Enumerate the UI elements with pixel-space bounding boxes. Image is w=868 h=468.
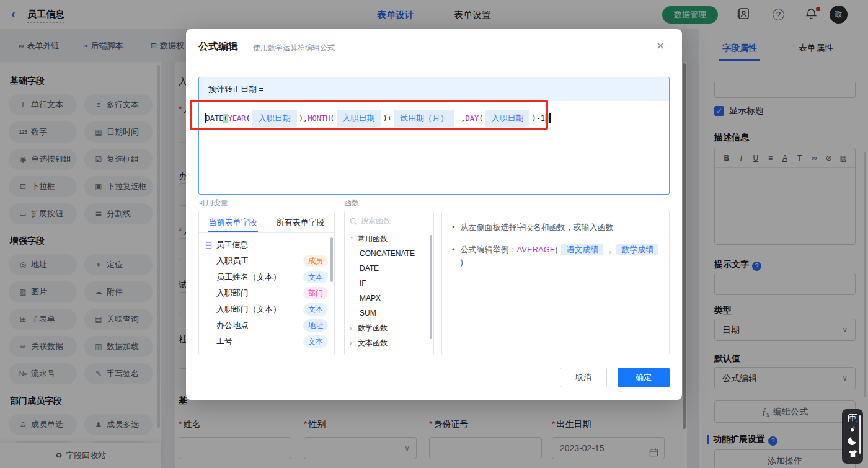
formula-function-name: YEAR (228, 114, 246, 123)
function-item[interactable]: MAPX (345, 291, 433, 306)
formula-field-pill[interactable]: 入职日期 (485, 110, 529, 127)
formula-operator: ( (246, 114, 250, 123)
function-list: ›常用函数CONCATENATEDATEIFMAPXSUM›数学函数›文本函数 (345, 231, 433, 350)
modal-title: 公式编辑 (198, 40, 238, 53)
shirt-icon[interactable] (848, 449, 857, 459)
function-group[interactable]: ›文本函数 (345, 335, 433, 350)
formula-operator: ) (545, 114, 549, 123)
chevron-icon: › (350, 335, 355, 350)
formula-operator: ( (223, 114, 228, 123)
variable-type-tag: 成员 (303, 255, 328, 267)
tab-current-form-fields[interactable]: 当前表单字段 (199, 211, 267, 232)
formula-operator: ( (479, 114, 483, 123)
variable-name: 办公地点 (216, 317, 249, 333)
function-item[interactable]: SUM (345, 306, 433, 320)
chevron-icon: › (350, 320, 355, 335)
close-icon[interactable]: ✕ (656, 40, 665, 53)
variable-type-tag: 文本 (303, 303, 328, 316)
note-icon[interactable] (850, 425, 856, 433)
variable-type-tag: 文本 (303, 271, 328, 283)
variable-item[interactable]: 办公地点地址 (199, 317, 334, 333)
variable-type-tag: 部门 (303, 287, 328, 299)
help-example: 公式编辑举例：AVERAGE( 语文成绩，数学成绩 ) (461, 244, 660, 268)
function-item[interactable]: IF (345, 276, 433, 291)
formula-input-area[interactable]: 预计转正日期 = DATE(YEAR(入职日期),MONTH(入职日期)+试用期… (198, 77, 670, 195)
variable-name: 工号 (216, 333, 232, 350)
function-item[interactable]: DATE (345, 261, 433, 276)
example-field-pill: 数学成绩 (616, 244, 658, 255)
functions-scrollbar[interactable] (430, 235, 432, 339)
search-placeholder: 搜索函数 (361, 216, 391, 226)
variables-panel: 当前表单字段 所有表单字段 ▤员工信息 入职员工成员员工姓名（文本）文本入职部门… (198, 211, 335, 355)
example-comma: ， (606, 245, 614, 254)
formula-expression[interactable]: DATE(YEAR(入职日期),MONTH(入职日期)+试用期（月） ,DAY(… (205, 110, 551, 127)
cancel-button[interactable]: 取消 (560, 368, 607, 387)
form-icon: ▤ (205, 241, 212, 249)
function-group[interactable]: ›数学函数 (345, 320, 433, 335)
variable-item[interactable]: 入职部门部门 (199, 285, 334, 301)
variable-name: 入职部门 (216, 285, 249, 301)
moon-icon[interactable] (848, 436, 857, 446)
formula-function-name: MONTH (308, 114, 330, 123)
variable-name: 入职员工 (216, 253, 249, 269)
formula-operator: ( (330, 114, 334, 123)
variable-item[interactable]: 入职员工成员 (199, 253, 334, 269)
variable-item[interactable]: 工号文本 (199, 333, 334, 350)
modal-subtitle: 使用数学运算符编辑公式 (253, 43, 335, 53)
floating-widget: 中 (842, 409, 863, 464)
variable-name: 入职部门（文本） (216, 301, 281, 317)
functions-label: 函数 (344, 198, 359, 208)
variable-item[interactable]: 员工姓名（文本）文本 (199, 269, 334, 285)
search-icon (350, 218, 357, 225)
formula-operator: )+ (383, 114, 392, 123)
example-field-pill: 语文成绩 (561, 244, 603, 255)
formula-operator: , (456, 114, 465, 123)
form-node[interactable]: ▤员工信息 (199, 237, 334, 253)
formula-help-panel: •从左侧面板选择字段名和函数，或输入函数 •公式编辑举例：AVERAGE( 语文… (441, 211, 670, 355)
variable-type-tag: 文本 (303, 335, 328, 348)
function-group[interactable]: ›常用函数 (345, 231, 433, 246)
variable-list: 入职员工成员员工姓名（文本）文本入职部门部门入职部门（文本）文本办公地点地址工号… (199, 253, 334, 350)
formula-field-pill[interactable]: 试用期（月） (394, 110, 454, 127)
confirm-button[interactable]: 确定 (618, 368, 670, 387)
formula-editor-modal: 公式编辑 使用数学运算符编辑公式 ✕ 预计转正日期 = DATE(YEAR(入职… (186, 29, 682, 400)
help-line-1: 从左侧面板选择字段名和函数，或输入函数 (461, 221, 614, 234)
variable-item[interactable]: 入职部门（文本）文本 (199, 301, 334, 317)
example-function-name: AVERAGE (517, 245, 556, 254)
formula-field-pill[interactable]: 入职日期 (252, 110, 297, 127)
variable-type-tag: 地址 (303, 319, 328, 332)
formula-field-pill[interactable]: 入职日期 (337, 110, 381, 127)
variables-label: 可用变量 (198, 198, 228, 208)
formula-operator: ), (299, 114, 308, 123)
bullet: • (452, 221, 455, 234)
variables-tabs: 当前表单字段 所有表单字段 (199, 211, 334, 233)
language-zh-icon[interactable]: 中 (848, 414, 857, 422)
bullet: • (452, 244, 455, 268)
formula-function-name: DATE (206, 114, 224, 123)
chevron-icon: › (345, 236, 360, 241)
function-search[interactable]: 搜索函数 (345, 211, 433, 231)
formula-function-name: DAY (466, 114, 479, 123)
formula-operator: )-1 (531, 114, 545, 123)
tab-all-form-fields[interactable]: 所有表单字段 (267, 211, 334, 232)
formula-result-label: 预计转正日期 = (199, 77, 669, 101)
functions-panel: 搜索函数 ›常用函数CONCATENATEDATEIFMAPXSUM›数学函数›… (344, 211, 434, 355)
function-item[interactable]: CONCATENATE (345, 246, 433, 261)
text-cursor (549, 113, 551, 123)
variable-name: 员工姓名（文本） (216, 269, 281, 285)
variables-scrollbar[interactable] (330, 237, 333, 282)
widget-scroll-indicator (859, 415, 861, 454)
